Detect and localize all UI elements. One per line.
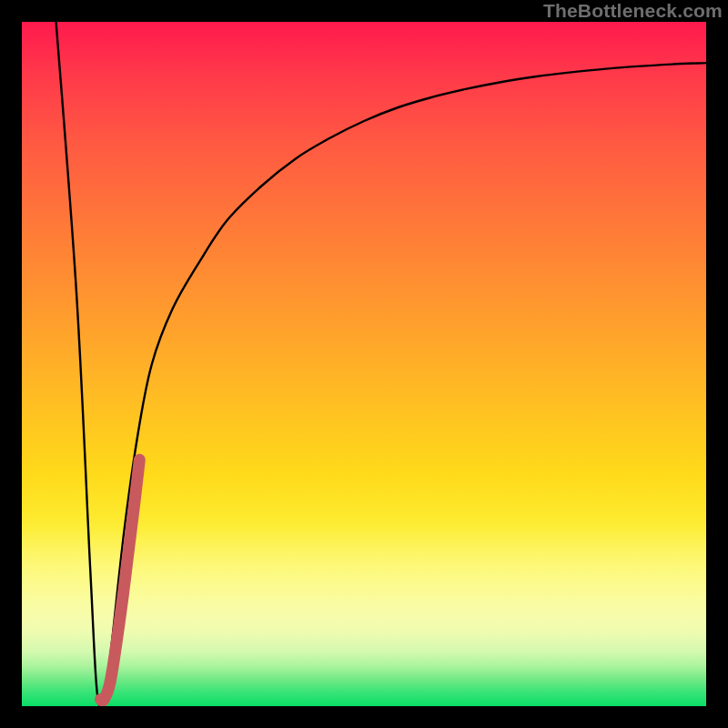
watermark-text: TheBottleneck.com (543, 0, 723, 22)
chart-frame: TheBottleneck.com (0, 0, 728, 728)
highlight-segment (101, 460, 140, 701)
plot-area (22, 22, 706, 706)
curve-layer (22, 22, 706, 706)
bottleneck-curve (56, 22, 706, 706)
